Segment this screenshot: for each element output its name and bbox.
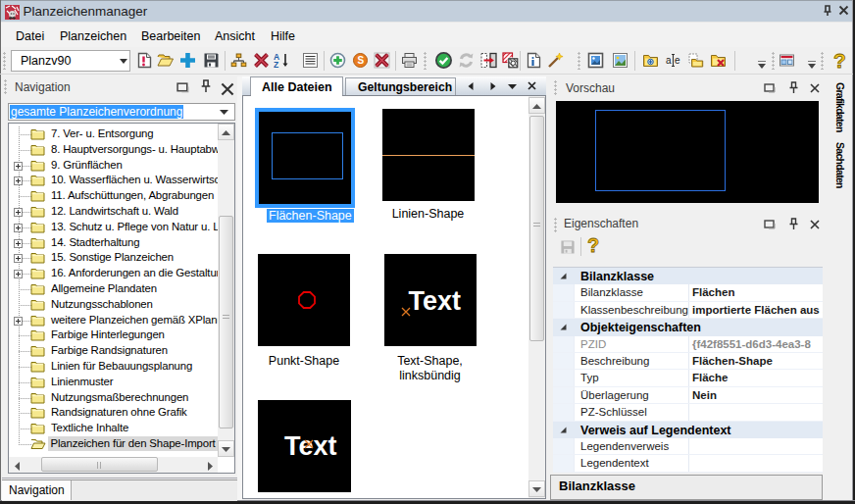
svg-text:?: ? (833, 50, 846, 72)
svg-text:?: ? (587, 234, 599, 256)
svg-text:S: S (358, 55, 365, 66)
svg-text:a: a (666, 55, 672, 66)
svg-text:Z: Z (274, 60, 278, 69)
svg-text:e: e (675, 55, 680, 66)
